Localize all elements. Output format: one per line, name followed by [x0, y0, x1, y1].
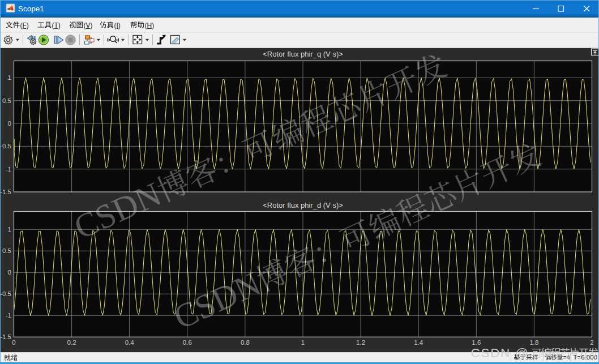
svg-text:0.4: 0.4: [125, 339, 135, 346]
svg-text:(I): (I): [114, 22, 121, 29]
svg-text:-0.5: -0.5: [0, 290, 11, 297]
svg-text:<Rotor flux phir_d (V s)>: <Rotor flux phir_d (V s)>: [263, 201, 343, 209]
svg-text:1.6: 1.6: [472, 339, 481, 346]
svg-text:(F): (F): [20, 22, 29, 29]
svg-text:0.6: 0.6: [183, 339, 192, 346]
svg-text:(V): (V): [84, 22, 93, 29]
svg-text:1.8: 1.8: [529, 339, 538, 346]
svg-text:-1.5: -1.5: [0, 333, 11, 340]
svg-text:-1: -1: [6, 166, 11, 173]
svg-text:1: 1: [301, 339, 305, 346]
svg-text:0.2: 0.2: [67, 339, 76, 346]
svg-text:1: 1: [8, 226, 11, 233]
svg-text:(T): (T): [52, 22, 61, 29]
svg-text:<Rotor flux phir_q (V s)>: <Rotor flux phir_q (V s)>: [263, 50, 343, 58]
svg-text:1.4: 1.4: [414, 339, 423, 346]
svg-text:0.5: 0.5: [2, 97, 11, 104]
svg-text:Scope1: Scope1: [18, 5, 44, 13]
svg-text:-0.5: -0.5: [0, 143, 11, 149]
svg-text:CSDN @: CSDN @: [471, 346, 529, 360]
svg-text:0.8: 0.8: [241, 339, 250, 346]
svg-text:0: 0: [12, 339, 15, 346]
svg-text:0: 0: [8, 120, 11, 127]
svg-text:0: 0: [8, 269, 11, 276]
svg-text:-1.5: -1.5: [0, 189, 11, 195]
svg-text:0.5: 0.5: [2, 247, 11, 254]
svg-text:(H): (H): [145, 22, 155, 29]
svg-text:-1: -1: [6, 312, 11, 319]
svg-text:1.2: 1.2: [356, 339, 365, 346]
svg-text:2: 2: [590, 339, 593, 346]
svg-text:1: 1: [8, 74, 11, 81]
